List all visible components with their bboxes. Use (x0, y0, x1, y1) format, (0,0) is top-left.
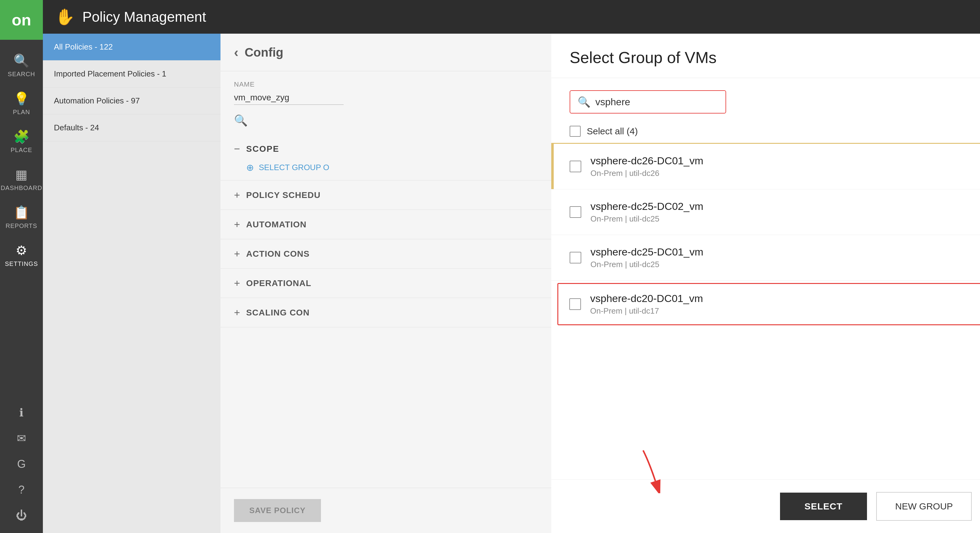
vm-item-3[interactable]: vsphere-dc25-DC01_vm On-Prem | util-dc25… (551, 235, 980, 281)
modal-select-group-button[interactable]: SELECT GROUP O (259, 163, 329, 172)
search-input-wrapper: 🔍 (570, 90, 726, 114)
modal-policy-schedule-label: POLICY SCHEDU (246, 190, 321, 200)
header: ✋ Policy Management (43, 0, 980, 34)
modal-scope-label: SCOPE (246, 144, 279, 154)
vm-sub: On-Prem | util-dc17 (590, 306, 980, 316)
info-icon[interactable]: ℹ (0, 401, 43, 424)
select-all-label: Select all (4) (587, 126, 638, 136)
arrow-annotation (619, 444, 680, 493)
modal-action-label: ACTION CONS (246, 249, 310, 259)
modal-operational-section[interactable]: + OPERATIONAL (221, 269, 551, 298)
vm-item-info: vsphere-dc26-DC01_vm On-Prem | util-dc26 (590, 155, 980, 178)
config-modal-panel: ‹ Config NAME 🔍 − SCOPE ⊕ SELECT GROUP O (221, 34, 551, 533)
modal-expand-icon: + (234, 219, 240, 230)
modal-expand-icon: + (234, 189, 240, 201)
select-button[interactable]: SELECT (780, 493, 867, 520)
vm-name: vsphere-dc20-DC01_vm (590, 292, 980, 305)
page-title: Policy Management (83, 9, 206, 25)
hand-icon: ✋ (55, 8, 75, 26)
vm-name: vsphere-dc26-DC01_vm (590, 155, 980, 167)
left-bar-indicator (551, 144, 554, 189)
sidebar-item-label: REPORTS (5, 222, 37, 230)
policy-list-panel: All Policies - 122 Imported Placement Po… (43, 34, 221, 533)
sidebar-bottom: ℹ ✉ G ? ⏻ (0, 401, 43, 533)
help-icon[interactable]: ? (0, 479, 43, 501)
vm-item-info: vsphere-dc25-DC02_vm On-Prem | util-dc25 (590, 200, 980, 224)
sidebar-item-settings[interactable]: ⚙ SETTINGS (0, 236, 43, 274)
modal-search-icon: 🔍 (578, 96, 590, 108)
vm-item-2[interactable]: vsphere-dc25-DC02_vm On-Prem | util-dc25… (551, 189, 980, 235)
vm-sub: On-Prem | util-dc25 (590, 260, 980, 269)
config-modal-title: Config (245, 46, 283, 59)
vm-sub: On-Prem | util-dc25 (590, 214, 980, 224)
sidebar: on 🔍 SEARCH 💡 PLAN 🧩 PLACE ▦ DASHBOARD 📋… (0, 0, 43, 533)
vm-item-4-highlighted[interactable]: vsphere-dc20-DC01_vm On-Prem | util-dc17… (557, 283, 980, 325)
search-input[interactable] (595, 97, 718, 108)
sidebar-item-plan[interactable]: 💡 PLAN (0, 84, 43, 122)
modal-title: Select Group of VMs (570, 48, 717, 67)
modal-policy-schedule-section[interactable]: + POLICY SCHEDU (221, 181, 551, 210)
vm-name: vsphere-dc25-DC01_vm (590, 246, 980, 258)
modal-automation-label: AUTOMATION (246, 220, 307, 230)
sidebar-item-reports[interactable]: 📋 REPORTS (0, 198, 43, 236)
vm-checkbox[interactable] (570, 161, 581, 172)
vm-checkbox[interactable] (570, 252, 581, 263)
modal-header: Select Group of VMs ✕ (551, 34, 980, 78)
sidebar-item-label: PLAN (13, 109, 30, 116)
select-group-modal: Select Group of VMs ✕ 🔍 ⚙ FILTER Select … (551, 34, 980, 533)
modal-search-bar: 🔍 ⚙ FILTER (551, 78, 980, 120)
sidebar-item-label: SEARCH (8, 71, 35, 78)
sidebar-item-search[interactable]: 🔍 SEARCH (0, 46, 43, 84)
policy-list-item-automation[interactable]: Automation Policies - 97 (43, 87, 221, 114)
scope-minus-icon[interactable]: − (234, 143, 240, 155)
modal-footer: SELECT NEW GROUP (551, 479, 980, 533)
sidebar-item-label: DASHBOARD (1, 184, 42, 192)
reports-icon: 📋 (13, 205, 29, 220)
search-icon: 🔍 (13, 53, 29, 68)
power-icon[interactable]: ⏻ (0, 504, 43, 527)
dashboard-icon: ▦ (15, 167, 27, 182)
app-logo[interactable]: on (0, 0, 43, 40)
settings-icon: ⚙ (16, 243, 27, 258)
vm-item-1[interactable]: vsphere-dc26-DC01_vm On-Prem | util-dc26… (551, 144, 980, 189)
modal-scaling-section[interactable]: + SCALING CON (221, 298, 551, 327)
vm-item-info: vsphere-dc20-DC01_vm On-Prem | util-dc17 (590, 292, 980, 316)
vm-item-info: vsphere-dc25-DC01_vm On-Prem | util-dc25 (590, 246, 980, 269)
select-all-checkbox[interactable] (570, 126, 581, 137)
modal-action-section[interactable]: + ACTION CONS (221, 239, 551, 269)
modal-name-label: NAME (234, 81, 538, 89)
sidebar-item-dashboard[interactable]: ▦ DASHBOARD (0, 160, 43, 198)
config-panel: ‹ All Po NAME 🔍 − SCOPE ⊕ SELECT GROUP O… (221, 34, 980, 533)
mail-icon[interactable]: ✉ (0, 427, 43, 450)
policy-list-item-imported[interactable]: Imported Placement Policies - 1 (43, 60, 221, 87)
select-all-row[interactable]: Select all (4) (551, 120, 980, 143)
vm-sub: On-Prem | util-dc26 (590, 168, 980, 178)
vm-checkbox[interactable] (569, 298, 581, 310)
modal-operational-label: OPERATIONAL (246, 278, 312, 288)
modal-expand-icon: + (234, 306, 240, 319)
modal-expand-icon: + (234, 248, 240, 260)
vm-checkbox[interactable] (570, 206, 581, 218)
policy-list-item-defaults[interactable]: Defaults - 24 (43, 114, 221, 141)
plan-icon: 💡 (13, 91, 29, 106)
google-icon[interactable]: G (0, 453, 43, 476)
modal-automation-section[interactable]: + AUTOMATION (221, 210, 551, 239)
main-content: All Policies - 122 Imported Placement Po… (43, 34, 980, 533)
modal-scope-plus: ⊕ (246, 162, 254, 173)
policy-list-item-all[interactable]: All Policies - 122 (43, 34, 221, 60)
sidebar-item-label: PLACE (11, 147, 32, 154)
sidebar-item-place[interactable]: 🧩 PLACE (0, 122, 43, 160)
back-arrow-icon[interactable]: ‹ (234, 45, 239, 60)
modal-save-policy-button[interactable]: SAVE POLICY (234, 499, 321, 522)
new-group-button[interactable]: NEW GROUP (876, 492, 972, 521)
vm-name: vsphere-dc25-DC02_vm (590, 200, 980, 213)
vm-list: vsphere-dc26-DC01_vm On-Prem | util-dc26… (551, 144, 980, 479)
modal-name-input[interactable] (234, 91, 344, 105)
place-icon: 🧩 (13, 129, 29, 144)
sidebar-item-label: SETTINGS (5, 260, 38, 267)
sidebar-nav: 🔍 SEARCH 💡 PLAN 🧩 PLACE ▦ DASHBOARD 📋 RE… (0, 40, 43, 401)
modal-scaling-label: SCALING CON (246, 308, 310, 317)
modal-search-icon[interactable]: 🔍 (234, 114, 248, 127)
modal-expand-icon: + (234, 277, 240, 289)
